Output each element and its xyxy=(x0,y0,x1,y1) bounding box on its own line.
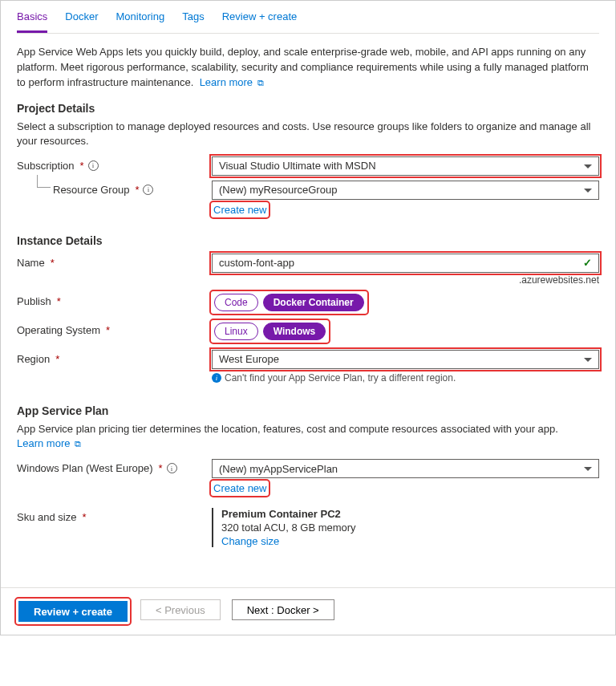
sku-subtitle: 320 total ACU, 8 GB memory xyxy=(221,522,599,534)
next-button[interactable]: Next : Docker > xyxy=(232,599,334,620)
info-icon: i xyxy=(212,373,221,383)
checkmark-icon: ✓ xyxy=(583,257,592,269)
plan-label: Windows Plan (West Europe)* i xyxy=(17,457,212,474)
resource-group-select[interactable]: (New) myResourceGroup xyxy=(212,181,599,200)
info-icon[interactable]: i xyxy=(167,463,177,473)
external-link-icon: ⧉ xyxy=(257,78,264,87)
sku-box: Premium Container PC2 320 total ACU, 8 G… xyxy=(212,508,599,547)
os-toggle: Linux Windows xyxy=(214,323,326,340)
os-windows-option[interactable]: Windows xyxy=(263,323,326,340)
tab-monitoring[interactable]: Monitoring xyxy=(116,10,164,33)
learn-more-link[interactable]: Learn more ⧉ xyxy=(200,76,264,88)
tab-docker[interactable]: Docker xyxy=(65,10,98,33)
publish-label: Publish* xyxy=(17,290,212,307)
intro-text: App Service Web Apps lets you quickly bu… xyxy=(17,45,599,91)
project-details-heading: Project Details xyxy=(17,102,599,115)
change-size-link[interactable]: Change size xyxy=(221,535,279,547)
app-service-plan-sub: App Service plan pricing tier determines… xyxy=(17,422,599,451)
create-new-rg-link[interactable]: Create new xyxy=(213,204,266,216)
subscription-select[interactable]: Visual Studio Ultimate with MSDN xyxy=(212,156,599,176)
sku-title: Premium Container PC2 xyxy=(221,508,599,520)
external-link-icon: ⧉ xyxy=(75,439,81,449)
create-new-plan-link[interactable]: Create new xyxy=(213,482,266,494)
os-linux-option[interactable]: Linux xyxy=(214,323,258,340)
plan-learn-more-link[interactable]: Learn more ⧉ xyxy=(17,437,81,449)
subscription-label: Subscription* i xyxy=(17,155,212,172)
name-label: Name* xyxy=(17,252,212,269)
project-details-sub: Select a subscription to manage deployed… xyxy=(17,120,599,148)
review-create-button[interactable]: Review + create xyxy=(18,601,128,622)
publish-docker-option[interactable]: Docker Container xyxy=(263,294,364,311)
instance-details-heading: Instance Details xyxy=(17,234,599,247)
region-select[interactable]: West Europe xyxy=(212,350,599,369)
tab-bar: Basics Docker Monitoring Tags Review + c… xyxy=(17,1,599,34)
resource-group-label: Resource Group* i xyxy=(17,179,212,196)
footer-bar: Review + create < Previous Next : Docker… xyxy=(1,587,615,635)
app-service-plan-heading: App Service Plan xyxy=(17,404,599,417)
name-input[interactable]: custom-font-app ✓ xyxy=(212,254,599,273)
tab-review-create[interactable]: Review + create xyxy=(222,10,298,33)
tab-tags[interactable]: Tags xyxy=(182,10,204,33)
tab-basics[interactable]: Basics xyxy=(17,10,47,33)
os-label: Operating System* xyxy=(17,319,212,336)
publish-code-option[interactable]: Code xyxy=(214,294,258,311)
plan-select[interactable]: (New) myAppServicePlan xyxy=(212,459,599,478)
domain-suffix: .azurewebsites.net xyxy=(212,274,599,286)
info-icon[interactable]: i xyxy=(143,185,153,195)
region-label: Region* xyxy=(17,348,212,365)
info-icon[interactable]: i xyxy=(88,160,99,171)
previous-button: < Previous xyxy=(140,599,221,620)
publish-toggle: Code Docker Container xyxy=(214,294,364,311)
region-hint: i Can't find your App Service Plan, try … xyxy=(212,372,599,384)
sku-label: Sku and size* xyxy=(17,506,212,523)
